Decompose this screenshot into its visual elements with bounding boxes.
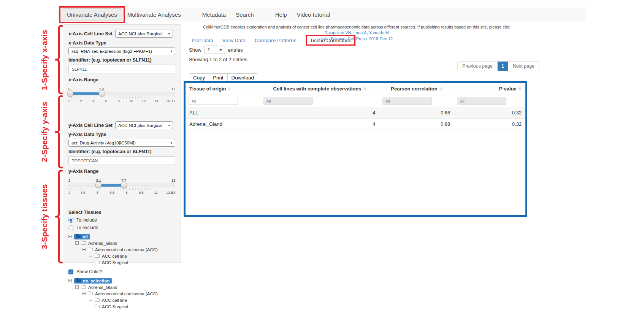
radio-icon [68,218,73,223]
y-cell-line-set-select[interactable]: ACC NCI plus Surgical ▾ [115,121,173,129]
collapse-icon[interactable] [75,241,79,245]
annotation-label-x-axis: 1-Specify x-axis [40,30,49,90]
header-pearson-correlation[interactable]: Pearson correlation⇅ [379,83,454,95]
collapse-icon[interactable] [75,285,79,289]
y-identifier-label: Identifier: (e.g. topotecan or SLFN11) [68,149,175,154]
tab-tissue-correlation[interactable]: Tissue Correlation [310,38,351,43]
tree-connector [89,304,92,307]
checkbox-checked-icon: ✓ [68,269,73,274]
y-slider-handle-high[interactable] [121,182,127,188]
tree-connector [89,254,92,257]
x-slider-selected-range [69,92,102,95]
table-row[interactable]: ALL 4 0.68 0.32 [186,107,525,119]
folder-icon [88,292,93,295]
entries-count-select[interactable]: 2 ▾ [205,46,225,54]
nav-item-univariate-analyses[interactable]: Univariate Analyses [62,8,122,21]
next-page-button[interactable]: Next page [508,62,539,71]
y-slider-min-value: 2 [68,179,70,182]
page-1-button[interactable]: 1 [497,62,508,71]
folder-icon [95,254,100,258]
table-row[interactable]: Adrenal_Gland 4 0.68 0.32 [186,119,525,130]
chevron-down-icon: ▾ [170,141,172,145]
x-slider-handle-high[interactable] [98,90,105,97]
y-data-type-label: y-Axis Data Type [68,132,175,137]
cellminercdb-app: Univariate Analyses Multivariate Analyse… [0,0,644,309]
y-identifier-input[interactable] [68,156,175,165]
filter-cell-lines-input[interactable] [263,97,313,105]
y-axis-range-slider[interactable]: 2 5.1 7.7 13 2 3.5 5 6.5 8 9.5 11 12.5 1… [68,179,175,200]
x-cell-line-set-select[interactable]: ACC NCI plus Surgical ▾ [115,30,173,38]
tree-connector [89,298,92,301]
x-axis-range-slider[interactable]: 0 5.3 17 0 2 4 6 8 10 12 14 16 17 [68,87,175,108]
tree-node-adrenal-gland[interactable]: Adrenal_Gland [68,284,175,290]
nav-item-multivariate-analyses[interactable]: Multivariate Analyses [122,9,186,21]
previous-page-button[interactable]: Previous page [458,62,497,71]
tree-node-acc[interactable]: Adrenocortical carcinoma (ACC) [68,247,175,252]
table-header-row: Tissue of origin⇅ Cell lines with comple… [186,83,525,95]
header-cell-lines[interactable]: Cell lines with complete observations⇅ [260,83,379,95]
show-color-checkbox[interactable]: ✓ Show Color? [68,269,175,274]
collapse-icon[interactable] [68,279,72,282]
y-cell-line-set-label: y-Axis Cell Line Set [68,123,113,128]
radio-icon [68,225,73,230]
tab-compare-patterns[interactable]: Compare Patterns [255,38,297,43]
tree-node-acc-cell-line[interactable]: ACC cell line [68,253,175,259]
chevron-down-icon: ▾ [168,124,170,127]
sort-icon[interactable]: ⇅ [518,87,522,91]
nav-item-help[interactable]: Help [270,9,292,21]
x-data-type-select[interactable]: xsq: RNA-seq Expression (log2 FPKM+1) ▾ [68,47,175,55]
x-range-label: x-Axis Range [68,77,175,82]
folder-icon [76,235,81,238]
folder-icon [88,248,93,251]
x-slider-track[interactable] [68,92,175,95]
folder-icon [76,279,81,282]
x-identifier-label: Identifier: (e.g. topotecan or SLFN11) [68,57,175,63]
filter-tissue-input[interactable] [189,97,238,105]
x-slider-tick-labels: 0 2 4 6 8 10 12 14 16 17 [68,99,175,104]
nav-item-metadata[interactable]: Metadata [197,9,231,21]
tab-plot-data[interactable]: Plot Data [192,38,213,43]
entries-suffix: entries [228,47,243,53]
collapse-icon[interactable] [82,292,86,295]
tree-node-acc-cell-line[interactable]: ACC cell line [68,297,175,303]
top-nav: Univariate Analyses Multivariate Analyse… [57,8,586,21]
x-slider-handle-low[interactable] [67,90,74,97]
folder-icon [95,305,100,308]
sort-icon[interactable]: ⇅ [363,87,366,91]
tree-node-acc-surgical[interactable]: ACC Surgical [68,260,175,265]
y-slider-tick-labels: 2 3.5 5 6.5 8 9.5 11 12.5 13 [68,191,175,195]
tree-node-acc[interactable]: Adrenocortical carcinoma (ACC) [68,291,175,296]
x-data-type-label: x-Axis Data Type [68,40,175,46]
header-tissue-of-origin[interactable]: Tissue of origin⇅ [186,83,260,95]
chevron-down-icon: ▾ [170,49,172,53]
tree-node-all[interactable]: all [68,234,175,239]
nav-item-video-tutorial[interactable]: Video tutorial [292,9,335,21]
sort-icon[interactable]: ⇅ [228,87,231,91]
y-data-type-select[interactable]: act: Drug Activity (-log10[IC50M]) ▾ [68,139,175,147]
collapse-icon[interactable] [68,235,72,238]
folder-icon [81,285,86,289]
result-tabs: Plot Data View Data Compare Patterns Tis… [192,38,351,43]
radio-to-exclude[interactable]: To exclude [68,225,175,230]
sort-icon[interactable]: ⇅ [439,87,442,91]
filter-p-value-input[interactable] [457,97,506,105]
tissue-include-tree: all Adrenal_Gland Adrenocortical carcino… [68,234,175,265]
pagination: Previous page 1 Next page [457,61,539,71]
table-filter-row [186,95,525,107]
radio-to-include[interactable]: To include [68,217,175,223]
y-slider-handle-low[interactable] [95,182,102,188]
y-slider-tick-grid [68,188,175,190]
tree-node-acc-surgical[interactable]: ACC Surgical [68,304,175,309]
nav-item-search[interactable]: Search [231,9,259,21]
tree-node-no-selection[interactable]: no_selection [68,278,175,284]
tab-view-data[interactable]: View Data [222,38,246,43]
collapse-icon[interactable] [82,248,86,251]
header-p-value[interactable]: P-value⇅ [454,83,525,95]
showing-entries-status: Showing 1 to 2 of 2 entries [189,57,247,62]
citation-link[interactable]: Rajapakse.VN, Luna.A, Yamade.M [324,30,389,35]
tree-node-adrenal-gland[interactable]: Adrenal_Gland [68,240,175,246]
folder-icon [95,298,100,302]
x-identifier-input[interactable] [68,65,175,73]
filter-pearson-input[interactable] [382,97,432,105]
tissue-color-tree: no_selection Adrenal_Gland Adrenocortica… [68,278,175,309]
